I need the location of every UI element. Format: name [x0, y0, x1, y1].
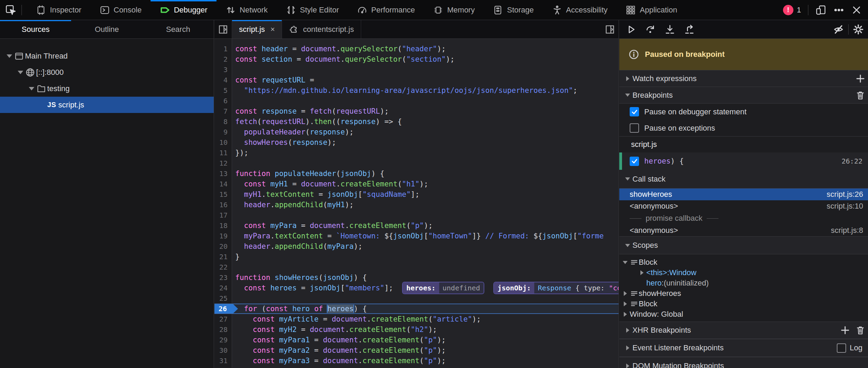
- breakpoint-checkbox[interactable]: [630, 157, 639, 166]
- tree-item-script-js[interactable]: JSscript.js: [0, 97, 214, 113]
- devtools-tab-application[interactable]: Application: [616, 0, 686, 20]
- line-number[interactable]: 19: [214, 231, 232, 241]
- line-number[interactable]: 5: [214, 85, 232, 96]
- checked-checkbox[interactable]: [630, 107, 639, 116]
- inline-preview-badge[interactable]: heroes:undefined: [402, 282, 484, 294]
- line-number[interactable]: 12: [214, 158, 232, 168]
- call-stack-frame[interactable]: <anonymous>script.js:10: [619, 200, 868, 212]
- unchecked-checkbox[interactable]: [630, 123, 639, 133]
- add-xhr-breakpoint-icon[interactable]: [837, 325, 853, 336]
- devtools-tab-debugger[interactable]: Debugger: [151, 0, 216, 20]
- scope-row[interactable]: Block: [619, 257, 868, 268]
- inline-preview-badge[interactable]: jsonObj:Response { type: "co: [493, 282, 619, 294]
- call-stack-header[interactable]: Call stack: [619, 170, 868, 189]
- log-checkbox[interactable]: [837, 343, 846, 353]
- xhr-breakpoints-header[interactable]: XHR Breakpoints: [619, 322, 868, 339]
- scope-row[interactable]: Block: [619, 299, 868, 309]
- resume-button[interactable]: [621, 20, 641, 39]
- scope-row[interactable]: showHeroes: [619, 288, 868, 299]
- close-tab-icon[interactable]: ×: [271, 25, 275, 34]
- editor-tab-script-js[interactable]: script.js×: [232, 20, 282, 38]
- chevron-down-icon[interactable]: [6, 54, 13, 58]
- watch-expressions-header[interactable]: Watch expressions: [619, 70, 868, 87]
- line-number[interactable]: 14: [214, 179, 232, 189]
- line-number[interactable]: 10: [214, 137, 232, 148]
- error-badge[interactable]: !: [783, 5, 793, 15]
- chevron-right-icon[interactable]: [621, 312, 630, 317]
- line-number[interactable]: 24: [214, 283, 232, 293]
- line-number[interactable]: 7: [214, 106, 232, 116]
- line-number[interactable]: 29: [214, 335, 232, 345]
- line-number[interactable]: 6: [214, 96, 232, 106]
- line-number[interactable]: 13: [214, 168, 232, 179]
- editor-tab-contentscript-js[interactable]: contentscript.js: [282, 20, 361, 38]
- skip-pausing-icon[interactable]: [829, 20, 848, 39]
- chevron-right-icon[interactable]: [621, 291, 630, 296]
- line-number[interactable]: 18: [214, 220, 232, 231]
- step-out-button[interactable]: [680, 20, 699, 39]
- devtools-tab-style-editor[interactable]: Style Editor: [277, 0, 348, 20]
- responsive-design-mode-icon[interactable]: [815, 5, 826, 16]
- sources-panel-tab-outline[interactable]: Outline: [71, 20, 142, 38]
- devtools-tab-memory[interactable]: Memory: [424, 0, 484, 20]
- scope-row[interactable]: Window: Global: [619, 309, 868, 319]
- chevron-right-icon[interactable]: [637, 270, 646, 275]
- tree-item--8000[interactable]: [::]:8000: [0, 64, 214, 80]
- sources-panel-tab-search[interactable]: Search: [143, 20, 214, 38]
- line-number[interactable]: 9: [214, 127, 232, 137]
- call-stack-frame[interactable]: showHeroesscript.js:26: [619, 189, 868, 200]
- devtools-tab-console[interactable]: Console: [91, 0, 151, 20]
- scope-row[interactable]: hero: (uninitialized): [619, 278, 868, 288]
- line-number[interactable]: 15: [214, 189, 232, 200]
- chevron-right-icon[interactable]: [621, 301, 630, 306]
- call-stack-frame[interactable]: promise callback: [619, 212, 868, 225]
- tree-item-main-thread[interactable]: Main Thread: [0, 48, 214, 64]
- add-watch-expression-icon[interactable]: [853, 73, 868, 84]
- breakpoint-item[interactable]: heroes) {26:22: [619, 152, 868, 170]
- devtools-tab-inspector[interactable]: Inspector: [27, 0, 91, 20]
- settings-gear-icon[interactable]: [849, 20, 868, 39]
- remove-xhr-breakpoints-icon[interactable]: [853, 325, 868, 335]
- collapse-sources-panel-icon[interactable]: [214, 20, 232, 38]
- chevron-down-icon[interactable]: [621, 261, 630, 264]
- line-number[interactable]: 17: [214, 210, 232, 220]
- line-number[interactable]: 2: [214, 54, 232, 64]
- line-number[interactable]: 3: [214, 64, 232, 75]
- line-number[interactable]: 8: [214, 116, 232, 127]
- devtools-tab-network[interactable]: Network: [216, 0, 277, 20]
- line-number[interactable]: 27: [214, 314, 232, 324]
- paused-line-marker[interactable]: 26: [214, 304, 238, 313]
- chevron-down-icon[interactable]: [28, 87, 35, 90]
- event-listener-breakpoints-header[interactable]: Event Listener Breakpoints Log: [619, 339, 868, 357]
- line-number[interactable]: 20: [214, 241, 232, 252]
- line-number[interactable]: 30: [214, 345, 232, 356]
- chevron-down-icon[interactable]: [17, 71, 24, 74]
- code-editor[interactable]: 1const header = document.querySelector("…: [214, 39, 619, 368]
- step-in-button[interactable]: [660, 20, 680, 39]
- scopes-header[interactable]: Scopes: [619, 236, 868, 254]
- remove-breakpoints-icon[interactable]: [853, 90, 868, 100]
- devtools-tab-storage[interactable]: Storage: [484, 0, 543, 20]
- line-number[interactable]: 22: [214, 262, 232, 272]
- expand-debugger-panel-icon[interactable]: [601, 20, 619, 38]
- line-number[interactable]: 31: [214, 356, 232, 366]
- dom-mutation-breakpoints-header[interactable]: DOM Mutation Breakpoints: [619, 357, 868, 368]
- call-stack-frame[interactable]: <anonymous>script.js:8: [619, 225, 868, 236]
- line-number[interactable]: 11: [214, 148, 232, 158]
- tree-item-testing[interactable]: testing: [0, 80, 214, 97]
- line-number[interactable]: 21: [214, 252, 232, 262]
- step-over-button[interactable]: [641, 20, 660, 39]
- meatball-menu-icon[interactable]: [833, 5, 844, 16]
- devtools-tab-performance[interactable]: Performance: [348, 0, 424, 20]
- line-number[interactable]: 1: [214, 44, 232, 54]
- scope-row[interactable]: <this>: Window: [619, 268, 868, 278]
- node-picker-icon[interactable]: [0, 0, 22, 20]
- line-number[interactable]: 16: [214, 200, 232, 210]
- breakpoints-header[interactable]: Breakpoints: [619, 87, 868, 104]
- line-number[interactable]: 23: [214, 272, 232, 283]
- line-number[interactable]: 4: [214, 75, 232, 85]
- sources-panel-tab-sources[interactable]: Sources: [0, 20, 71, 38]
- close-icon[interactable]: [851, 5, 862, 15]
- line-number[interactable]: 25: [214, 293, 232, 304]
- devtools-tab-accessibility[interactable]: Accessibility: [543, 0, 617, 20]
